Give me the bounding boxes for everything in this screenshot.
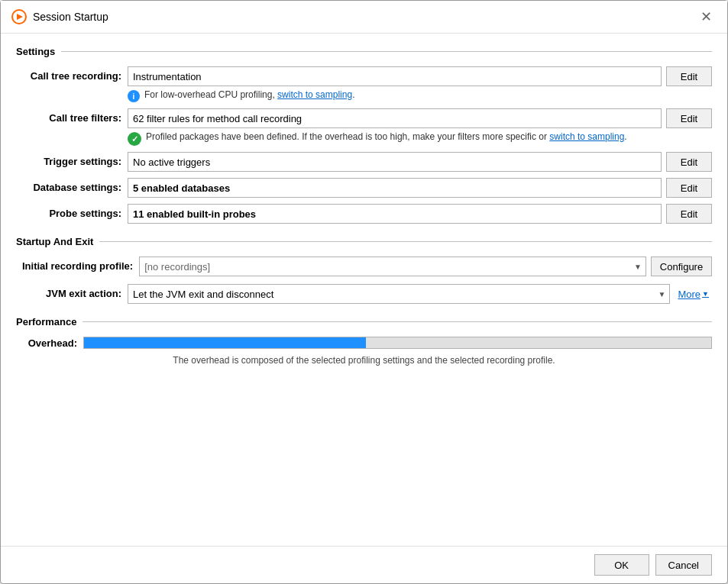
configure-button[interactable]: Configure <box>651 257 712 276</box>
switch-to-sampling-link-2[interactable]: switch to sampling <box>549 131 624 142</box>
dialog-footer: OK Cancel <box>1 546 727 583</box>
ok-button[interactable]: OK <box>594 554 649 576</box>
probe-settings-content: Edit <box>128 204 712 224</box>
info-icon: i <box>128 90 140 102</box>
dialog-body: Settings Call tree recording: Edit i <box>1 34 727 546</box>
call-tree-filters-info: ✓ Profiled packages have been defined. I… <box>128 131 712 146</box>
more-button[interactable]: More ▼ <box>675 289 712 300</box>
initial-recording-row: Initial recording profile: [no recording… <box>22 257 712 276</box>
call-tree-recording-label: Call tree recording: <box>22 66 121 82</box>
probe-settings-input[interactable] <box>128 204 662 224</box>
call-tree-recording-row: Call tree recording: Edit i For low-over… <box>22 66 712 102</box>
call-tree-filters-content: Edit ✓ Profiled packages have been defin… <box>128 108 712 146</box>
call-tree-recording-content: Edit i For low-overhead CPU profiling, s… <box>128 66 712 102</box>
performance-label: Performance <box>16 316 76 327</box>
trigger-settings-input-group: Edit <box>128 152 712 172</box>
initial-recording-select-wrapper: [no recordings] ▼ <box>139 257 646 276</box>
dialog-title: Session Startup <box>33 11 108 23</box>
call-tree-recording-info: i For low-overhead CPU profiling, switch… <box>128 89 712 102</box>
database-settings-label: Database settings: <box>22 178 121 193</box>
settings-divider: Settings <box>16 46 712 57</box>
jvm-exit-action-row: JVM exit action: Let the JVM exit and di… <box>22 284 712 304</box>
database-settings-edit-button[interactable]: Edit <box>666 178 712 198</box>
startup-divider: Startup And Exit <box>16 236 712 247</box>
overhead-progress-bar <box>83 337 712 349</box>
jvm-exit-action-select-wrapper: Let the JVM exit and disconnect ▼ <box>128 284 670 304</box>
call-tree-filters-row: Call tree filters: Edit ✓ Profiled packa… <box>22 108 712 146</box>
startup-divider-line <box>99 241 712 242</box>
performance-section: Performance Overhead: The overhead is co… <box>16 316 712 369</box>
database-settings-input-group: Edit <box>128 178 712 198</box>
probe-settings-row: Probe settings: Edit <box>22 204 712 224</box>
session-startup-dialog: Session Startup ✕ Settings Call tree rec… <box>0 0 728 584</box>
settings-label: Settings <box>16 46 55 57</box>
jvm-exit-action-select[interactable]: Let the JVM exit and disconnect <box>128 284 670 304</box>
call-tree-recording-info-text: For low-overhead CPU profiling, switch t… <box>144 89 354 100</box>
cancel-button[interactable]: Cancel <box>655 554 712 576</box>
overhead-label: Overhead: <box>22 337 77 349</box>
settings-divider-line <box>61 51 712 52</box>
jvm-exit-action-input-group: Let the JVM exit and disconnect ▼ More ▼ <box>128 284 712 304</box>
call-tree-filters-label: Call tree filters: <box>22 108 121 124</box>
probe-settings-input-group: Edit <box>128 204 712 224</box>
overhead-row: Overhead: <box>16 337 712 349</box>
initial-recording-select[interactable]: [no recordings] <box>139 257 646 276</box>
database-settings-content: Edit <box>128 178 712 198</box>
performance-divider: Performance <box>16 316 712 327</box>
trigger-settings-edit-button[interactable]: Edit <box>666 152 712 172</box>
performance-divider-line <box>83 321 712 322</box>
startup-label: Startup And Exit <box>16 236 93 247</box>
svg-marker-1 <box>17 14 23 20</box>
switch-to-sampling-link-1[interactable]: switch to sampling <box>277 89 352 100</box>
trigger-settings-row: Trigger settings: Edit <box>22 152 712 172</box>
jvm-exit-action-label: JVM exit action: <box>22 284 121 299</box>
success-icon: ✓ <box>128 132 141 146</box>
initial-recording-label: Initial recording profile: <box>22 257 133 272</box>
session-icon <box>11 9 27 24</box>
startup-grid: Initial recording profile: [no recording… <box>16 257 712 304</box>
call-tree-filters-input-group: Edit <box>128 108 712 128</box>
trigger-settings-input[interactable] <box>128 152 662 172</box>
trigger-settings-content: Edit <box>128 152 712 172</box>
title-bar-left: Session Startup <box>11 9 108 24</box>
title-bar: Session Startup ✕ <box>1 1 727 34</box>
overhead-progress-fill <box>84 337 366 348</box>
database-settings-row: Database settings: Edit <box>22 178 712 198</box>
trigger-settings-label: Trigger settings: <box>22 152 121 167</box>
overhead-description: The overhead is composed of the selected… <box>16 355 712 366</box>
call-tree-filters-input[interactable] <box>128 108 662 128</box>
call-tree-filters-info-text: Profiled packages have been defined. If … <box>146 131 627 142</box>
call-tree-recording-input[interactable] <box>128 66 662 86</box>
startup-section: Startup And Exit Initial recording profi… <box>16 236 712 304</box>
initial-recording-input-group: [no recordings] ▼ Configure <box>139 257 712 276</box>
probe-settings-label: Probe settings: <box>22 204 121 219</box>
settings-grid: Call tree recording: Edit i For low-over… <box>16 66 712 224</box>
probe-settings-edit-button[interactable]: Edit <box>666 204 712 224</box>
database-settings-input[interactable] <box>128 178 662 198</box>
close-button[interactable]: ✕ <box>696 8 717 25</box>
call-tree-recording-edit-button[interactable]: Edit <box>666 66 712 86</box>
settings-section: Settings Call tree recording: Edit i <box>16 46 712 224</box>
call-tree-recording-input-group: Edit <box>128 66 712 86</box>
call-tree-filters-edit-button[interactable]: Edit <box>666 108 712 128</box>
